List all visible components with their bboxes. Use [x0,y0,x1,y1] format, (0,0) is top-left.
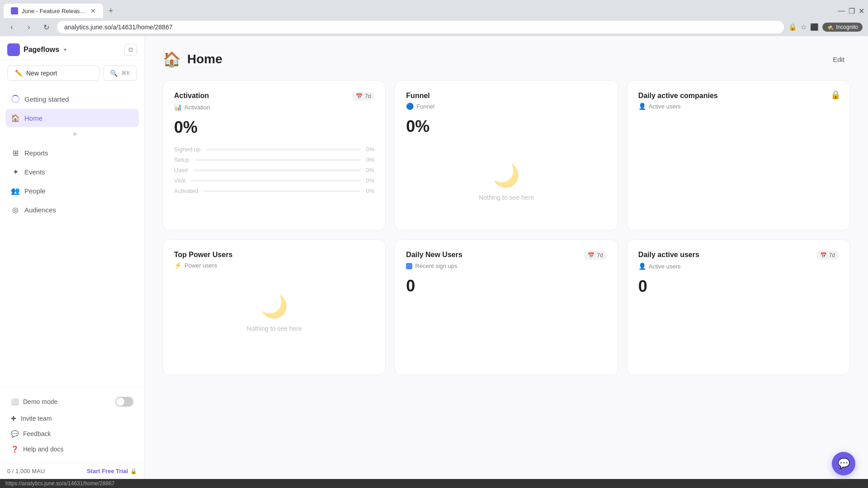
brand[interactable]: Pageflows ▾ [7,43,66,56]
spinner-icon [11,94,20,103]
home-label: Home [24,114,42,122]
funnel-subtitle-icon: 🔵 [406,103,414,110]
card-funnel-subtitle: 🔵 Funnel [406,103,606,110]
lock-icon: 🔒 [830,90,840,100]
sidebar-item-feedback[interactable]: 💬 Feedback [5,427,139,441]
brand-name: Pageflows [24,46,59,54]
list-bar [191,180,360,182]
reload-button[interactable]: ↻ [40,21,52,33]
help-label: Help and docs [23,446,64,453]
card-top-power-users: Top Power Users ⚡ Power users 🌙 Nothing … [163,239,386,375]
chat-icon: 💬 [838,458,850,469]
close-window-button[interactable]: ✕ [859,7,864,15]
search-button[interactable]: 🔍 ⌘K [103,66,137,81]
card-activation-list: Signed up 0% Setup 0% Used 0% [174,146,374,194]
cards-grid: Activation 📅 7d 📊 Activation 0% Signed u… [163,80,850,375]
page-title: Home [187,52,222,66]
sidebar-nav: Getting started 🏠 Home + ⊞ Reports ✦ Eve… [0,86,144,387]
back-button[interactable]: ‹ [5,21,18,33]
help-icon: ❓ [11,446,19,453]
new-report-label: New report [26,70,57,77]
tpu-subtitle-icon: ⚡ [174,262,182,269]
card-dac-subtitle: 👤 Active users [638,103,839,110]
getting-started-label: Getting started [24,95,69,103]
sidebar: Pageflows ▾ ⊡ ✏️ New report 🔍 ⌘K Getting… [0,36,145,479]
dau-subtitle-icon: 👤 [638,263,646,270]
list-bar [206,149,361,150]
incognito-icon: 🕵 [827,24,834,30]
forward-button[interactable]: › [23,21,35,33]
funnel-empty-state: 🌙 Nothing to see here [406,145,606,219]
address-bar: ‹ › ↻ 🔒 ☆ ⬛ 🕵 Incognito [0,18,868,36]
card-funnel-value: 0% [406,117,606,136]
card-dnu-badge: 📅 7d [584,251,606,260]
card-dau-subtitle: 👤 Active users [638,263,839,270]
lock-icon: 🔒 [130,468,137,474]
mau-bar: 0 / 1,000 MAU Start Free Trial 🔒 [0,463,144,479]
sidebar-collapse-button[interactable]: ⊡ [124,44,137,56]
demo-icon: ⬜ [11,398,19,405]
start-trial-button[interactable]: Start Free Trial 🔒 [87,468,137,474]
star-icon[interactable]: ☆ [801,23,807,31]
card-daily-active-companies: 🔒 Daily active companies 👤 Active users [627,80,850,230]
chat-bubble-button[interactable]: 💬 [832,452,855,475]
incognito-label: Incognito [836,24,858,30]
feedback-icon: 💬 [11,430,19,437]
tpu-empty-state: 🌙 Nothing to see here [174,276,374,350]
chevron-down-icon: ▾ [64,47,66,53]
list-item-used: Used 0% [174,167,374,174]
page-header: 🏠 Home Edit [163,51,850,68]
card-dnu-value: 0 [406,277,606,296]
card-activation-header: Activation 📅 7d [174,92,374,101]
demo-mode-toggle[interactable] [115,397,133,407]
card-dnu-title: Daily New Users [406,251,462,259]
sidebar-item-home[interactable]: 🏠 Home [5,109,139,127]
calendar-icon-3: 📅 [820,252,827,258]
card-funnel-header: Funnel [406,92,606,100]
page-title-area: 🏠 Home [163,51,222,68]
incognito-badge: 🕵 Incognito [822,23,863,32]
sidebar-item-audiences[interactable]: ◎ Audiences [5,201,139,219]
tab-close-icon[interactable]: ✕ [90,7,96,14]
edit-button[interactable]: Edit [827,53,850,66]
status-url: https://analytics.june.so/a/14631/home/2… [5,480,115,487]
new-tab-button[interactable]: + [105,5,117,18]
card-dau-value: 0 [638,277,839,296]
card-daily-active-users: Daily active users 📅 7d 👤 Active users 0 [627,239,850,375]
people-label: People [24,187,46,195]
restore-button[interactable]: ❐ [849,7,855,15]
card-dau-badge: 📅 7d [816,251,839,260]
list-item-vital: Vital 0% [174,177,374,184]
extension-icon[interactable]: ⬛ [810,23,819,31]
invite-label: Invite team [21,415,52,422]
status-bar: https://analytics.june.so/a/14631/home/2… [0,479,868,488]
nothing-text-2: Nothing to see here [247,325,302,332]
feedback-label: Feedback [23,430,51,437]
new-report-button[interactable]: ✏️ New report [7,66,99,81]
address-input[interactable] [57,21,784,33]
card-tpu-header: Top Power Users [174,251,374,259]
reports-icon: ⊞ [11,148,20,157]
mau-label: 0 / 1,000 MAU [7,468,45,474]
sidebar-item-help[interactable]: ❓ Help and docs [5,442,139,456]
calendar-icon-2: 📅 [588,252,594,258]
card-dnu-header: Daily New Users 📅 7d [406,251,606,260]
card-tpu-title: Top Power Users [174,251,233,259]
list-bar [203,190,360,192]
minimize-button[interactable]: — [838,7,845,15]
sidebar-item-invite[interactable]: ✚ Invite team [5,411,139,426]
main-content: 🏠 Home Edit Activation 📅 7d 📊 Activation [145,36,868,479]
sidebar-item-getting-started[interactable]: Getting started [5,90,139,108]
sidebar-item-events[interactable]: ✦ Events [5,163,139,181]
list-item-signed-up: Signed up 0% [174,146,374,153]
add-section-button[interactable]: + [11,128,139,141]
card-activation: Activation 📅 7d 📊 Activation 0% Signed u… [163,80,386,230]
calendar-icon: 📅 [356,93,363,99]
sidebar-item-reports[interactable]: ⊞ Reports [5,144,139,162]
sidebar-item-people[interactable]: 👥 People [5,182,139,200]
list-bar [193,169,360,171]
active-tab[interactable]: June - Feature Release_QR Code ✕ [4,4,103,18]
moon-icon-2: 🌙 [261,294,288,319]
shield-icon: 🔒 [788,23,797,31]
activation-subtitle-icon: 📊 [174,103,182,111]
